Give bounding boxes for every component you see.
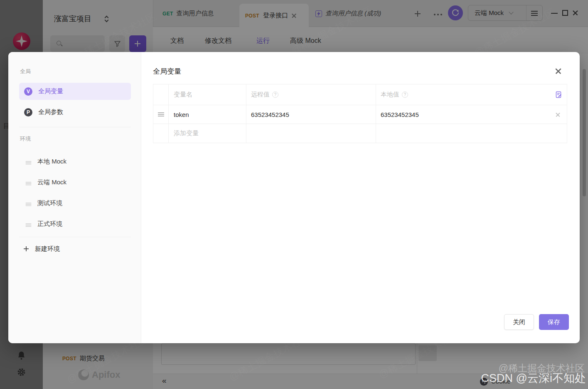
app-window: 目 涨富宝项目 POST期货交易 Apifox GET 查询用户信息 POS [0,0,588,389]
save-button[interactable]: 保存 [539,314,569,330]
drag-handle-icon[interactable] [26,161,32,162]
batch-edit-icon[interactable] [555,91,562,99]
drag-handle-icon[interactable] [26,223,32,224]
local-value-input[interactable] [376,124,567,143]
item-label: 本地 Mock [37,158,66,166]
cell-value: 63523452345 [251,111,289,118]
help-question-icon[interactable]: ? [402,92,408,98]
item-label: 全局参数 [38,108,63,116]
header-label: 本地值 [381,91,399,99]
column-header-name: 变量名 [169,84,246,105]
global-variables-dialog: 全局 V 全局变量 P 全局参数 环境 本地 Mock 云端 Mock 测试环境 [8,52,580,343]
sidebar-item-global-variables[interactable]: V 全局变量 [19,83,131,100]
item-label: 正式环境 [37,220,62,228]
button-label: 保存 [548,318,560,326]
variable-badge-icon: V [24,87,32,96]
section-label-environment: 环境 [20,135,31,143]
sidebar-item-local-mock[interactable]: 本地 Mock [19,153,131,170]
item-label: 全局变量 [38,87,63,95]
column-header-local: 本地值 ? [376,84,567,105]
drag-handle-icon [158,112,164,113]
button-label: 新建环境 [35,245,60,253]
close-button[interactable]: 关闭 [504,314,534,330]
section-label-global: 全局 [20,68,31,75]
dialog-close-icon[interactable] [555,68,561,74]
table-row: token 63523452345 63523452345 [153,105,567,124]
sidebar-item-test-env[interactable]: 测试环境 [19,195,131,211]
divider [19,237,131,237]
sidebar-item-prod-env[interactable]: 正式环境 [19,216,131,232]
plus-icon [24,246,29,251]
new-environment-button[interactable]: 新建环境 [19,240,131,257]
sidebar-item-cloud-mock[interactable]: 云端 Mock [19,174,131,191]
item-label: 测试环境 [37,199,62,207]
dialog-sidebar: 全局 V 全局变量 P 全局参数 环境 本地 Mock 云端 Mock 测试环境 [8,52,141,343]
placeholder-text: 添加变量 [174,129,199,137]
button-label: 关闭 [513,318,525,326]
handle-column-header [153,84,169,105]
column-header-remote: 远程值 ? [246,84,376,105]
local-value-cell[interactable]: 63523452345 [376,105,567,124]
variable-name-cell[interactable]: token [169,105,246,124]
row-drag-handle[interactable] [153,105,169,124]
drag-handle-icon[interactable] [26,203,32,203]
drag-handle-icon[interactable] [26,182,32,183]
sidebar-item-global-params[interactable]: P 全局参数 [19,104,131,121]
remote-value-cell[interactable]: 63523452345 [246,105,376,124]
table-header-row: 变量名 远程值 ? 本地值 ? [153,84,567,105]
item-label: 云端 Mock [37,178,66,186]
remote-value-input[interactable] [246,124,376,143]
delete-row-icon[interactable] [556,112,560,116]
help-question-icon[interactable]: ? [272,92,278,98]
add-variable-input[interactable]: 添加变量 [169,124,246,143]
watermark-csdn: CSDN @云深i不知处 [481,371,586,386]
dialog-title: 全局变量 [153,67,181,76]
header-label: 远程值 [251,91,270,99]
variables-table: 变量名 远程值 ? 本地值 ? [153,84,567,143]
cell-value: 63523452345 [381,111,419,118]
vertical-scrollbar-thumb[interactable] [583,69,586,196]
handle-cell [153,124,169,143]
divider [19,127,131,127]
param-badge-icon: P [24,108,32,116]
header-label: 变量名 [174,91,192,99]
cell-value: token [174,111,189,118]
add-variable-row[interactable]: 添加变量 [153,124,567,143]
